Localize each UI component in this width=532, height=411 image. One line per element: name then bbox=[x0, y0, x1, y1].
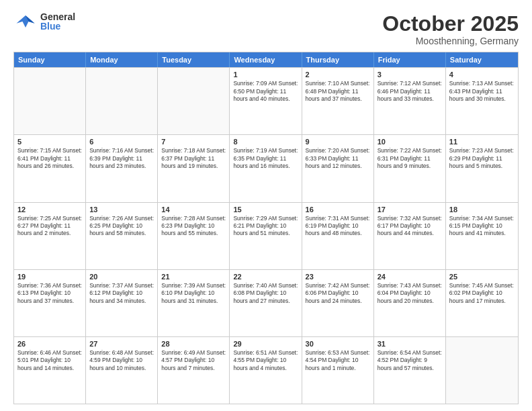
logo-bird-icon bbox=[13, 12, 38, 31]
day-info: Sunrise: 7:25 AM Sunset: 6:27 PM Dayligh… bbox=[17, 215, 82, 238]
day-number: 25 bbox=[449, 273, 515, 281]
day-number: 9 bbox=[306, 138, 370, 146]
day-info: Sunrise: 7:09 AM Sunset: 6:50 PM Dayligh… bbox=[233, 80, 298, 103]
day-number: 2 bbox=[306, 71, 370, 79]
calendar-header: Sunday Monday Tuesday Wednesday Thursday… bbox=[14, 52, 518, 67]
logo-general-text: General bbox=[40, 12, 75, 21]
day-number: 21 bbox=[161, 273, 226, 281]
day-info: Sunrise: 7:26 AM Sunset: 6:25 PM Dayligh… bbox=[89, 215, 154, 238]
day-info: Sunrise: 7:39 AM Sunset: 6:10 PM Dayligh… bbox=[161, 282, 226, 305]
day-number: 16 bbox=[306, 205, 370, 214]
day-number: 1 bbox=[233, 71, 298, 79]
cal-cell: 23Sunrise: 7:42 AM Sunset: 6:06 PM Dayli… bbox=[302, 270, 374, 336]
day-info: Sunrise: 7:12 AM Sunset: 6:46 PM Dayligh… bbox=[378, 80, 442, 103]
day-info: Sunrise: 7:10 AM Sunset: 6:48 PM Dayligh… bbox=[306, 80, 370, 103]
cal-cell: 9Sunrise: 7:20 AM Sunset: 6:33 PM Daylig… bbox=[302, 135, 374, 201]
cal-cell: 13Sunrise: 7:26 AM Sunset: 6:25 PM Dayli… bbox=[86, 203, 158, 269]
day-number: 3 bbox=[378, 71, 442, 79]
header-thursday: Thursday bbox=[302, 52, 374, 67]
day-info: Sunrise: 7:22 AM Sunset: 6:31 PM Dayligh… bbox=[378, 147, 442, 170]
day-info: Sunrise: 7:18 AM Sunset: 6:37 PM Dayligh… bbox=[161, 147, 226, 170]
cal-cell: 30Sunrise: 6:53 AM Sunset: 4:54 PM Dayli… bbox=[302, 337, 374, 404]
cal-cell: 15Sunrise: 7:29 AM Sunset: 6:21 PM Dayli… bbox=[230, 203, 302, 269]
day-number: 24 bbox=[378, 273, 442, 281]
cal-cell: 21Sunrise: 7:39 AM Sunset: 6:10 PM Dayli… bbox=[158, 270, 230, 336]
cal-cell: 20Sunrise: 7:37 AM Sunset: 6:12 PM Dayli… bbox=[86, 270, 158, 336]
location: Moosthenning, Germany bbox=[382, 36, 519, 46]
day-info: Sunrise: 7:37 AM Sunset: 6:12 PM Dayligh… bbox=[89, 282, 154, 305]
day-number: 5 bbox=[17, 138, 82, 146]
day-info: Sunrise: 7:42 AM Sunset: 6:06 PM Dayligh… bbox=[306, 282, 370, 305]
logo: General Blue bbox=[13, 12, 75, 31]
header-friday: Friday bbox=[374, 52, 446, 67]
day-number: 13 bbox=[89, 205, 154, 214]
cal-cell: 3Sunrise: 7:12 AM Sunset: 6:46 PM Daylig… bbox=[374, 68, 446, 134]
cal-cell bbox=[14, 68, 86, 134]
title-block: October 2025 Moosthenning, Germany bbox=[382, 12, 519, 46]
day-number: 12 bbox=[17, 205, 82, 214]
day-number: 27 bbox=[89, 340, 154, 348]
cal-cell: 2Sunrise: 7:10 AM Sunset: 6:48 PM Daylig… bbox=[302, 68, 374, 134]
cal-cell: 25Sunrise: 7:45 AM Sunset: 6:02 PM Dayli… bbox=[446, 270, 518, 336]
cal-cell: 27Sunrise: 6:48 AM Sunset: 4:59 PM Dayli… bbox=[86, 337, 158, 404]
calendar: Sunday Monday Tuesday Wednesday Thursday… bbox=[13, 52, 519, 404]
cal-week-1: 5Sunrise: 7:15 AM Sunset: 6:41 PM Daylig… bbox=[14, 134, 518, 201]
day-info: Sunrise: 7:20 AM Sunset: 6:33 PM Dayligh… bbox=[306, 147, 370, 170]
day-number: 26 bbox=[17, 340, 82, 348]
day-info: Sunrise: 7:19 AM Sunset: 6:35 PM Dayligh… bbox=[233, 147, 298, 170]
cal-cell: 31Sunrise: 6:54 AM Sunset: 4:52 PM Dayli… bbox=[374, 337, 446, 404]
day-number: 17 bbox=[378, 205, 442, 214]
day-number: 18 bbox=[449, 205, 515, 214]
cal-cell: 26Sunrise: 6:46 AM Sunset: 5:01 PM Dayli… bbox=[14, 337, 86, 404]
day-info: Sunrise: 6:51 AM Sunset: 4:55 PM Dayligh… bbox=[233, 349, 298, 372]
logo-name: General Blue bbox=[40, 12, 75, 31]
cal-week-0: 1Sunrise: 7:09 AM Sunset: 6:50 PM Daylig… bbox=[14, 67, 518, 134]
day-number: 14 bbox=[161, 205, 226, 214]
day-info: Sunrise: 7:28 AM Sunset: 6:23 PM Dayligh… bbox=[161, 215, 226, 238]
day-info: Sunrise: 7:40 AM Sunset: 6:08 PM Dayligh… bbox=[233, 282, 298, 305]
cal-cell: 17Sunrise: 7:32 AM Sunset: 6:17 PM Dayli… bbox=[374, 203, 446, 269]
cal-cell: 19Sunrise: 7:36 AM Sunset: 6:13 PM Dayli… bbox=[14, 270, 86, 336]
header-sunday: Sunday bbox=[14, 52, 86, 67]
day-info: Sunrise: 7:23 AM Sunset: 6:29 PM Dayligh… bbox=[449, 147, 515, 170]
day-info: Sunrise: 7:36 AM Sunset: 6:13 PM Dayligh… bbox=[17, 282, 82, 305]
cal-cell: 12Sunrise: 7:25 AM Sunset: 6:27 PM Dayli… bbox=[14, 203, 86, 269]
day-info: Sunrise: 7:29 AM Sunset: 6:21 PM Dayligh… bbox=[233, 215, 298, 238]
header: General Blue October 2025 Moosthenning, … bbox=[13, 12, 519, 46]
cal-week-4: 26Sunrise: 6:46 AM Sunset: 5:01 PM Dayli… bbox=[14, 336, 518, 404]
logo-blue-text: Blue bbox=[40, 21, 75, 31]
day-number: 31 bbox=[378, 340, 442, 348]
cal-cell bbox=[86, 68, 158, 134]
day-number: 28 bbox=[161, 340, 226, 348]
cal-cell: 22Sunrise: 7:40 AM Sunset: 6:08 PM Dayli… bbox=[230, 270, 302, 336]
day-info: Sunrise: 7:45 AM Sunset: 6:02 PM Dayligh… bbox=[449, 282, 515, 305]
cal-cell bbox=[446, 337, 518, 404]
day-number: 8 bbox=[233, 138, 298, 146]
day-info: Sunrise: 7:34 AM Sunset: 6:15 PM Dayligh… bbox=[449, 215, 515, 238]
day-info: Sunrise: 6:49 AM Sunset: 4:57 PM Dayligh… bbox=[161, 349, 226, 372]
cal-cell: 18Sunrise: 7:34 AM Sunset: 6:15 PM Dayli… bbox=[446, 203, 518, 269]
day-info: Sunrise: 7:32 AM Sunset: 6:17 PM Dayligh… bbox=[378, 215, 442, 238]
calendar-body: 1Sunrise: 7:09 AM Sunset: 6:50 PM Daylig… bbox=[14, 67, 518, 404]
cal-cell: 8Sunrise: 7:19 AM Sunset: 6:35 PM Daylig… bbox=[230, 135, 302, 201]
day-number: 4 bbox=[449, 71, 515, 79]
cal-week-2: 12Sunrise: 7:25 AM Sunset: 6:27 PM Dayli… bbox=[14, 202, 518, 269]
day-info: Sunrise: 7:31 AM Sunset: 6:19 PM Dayligh… bbox=[306, 215, 370, 238]
cal-cell: 1Sunrise: 7:09 AM Sunset: 6:50 PM Daylig… bbox=[230, 68, 302, 134]
cal-cell: 10Sunrise: 7:22 AM Sunset: 6:31 PM Dayli… bbox=[374, 135, 446, 201]
cal-cell: 14Sunrise: 7:28 AM Sunset: 6:23 PM Dayli… bbox=[158, 203, 230, 269]
day-number: 7 bbox=[161, 138, 226, 146]
day-info: Sunrise: 6:46 AM Sunset: 5:01 PM Dayligh… bbox=[17, 349, 82, 372]
day-number: 6 bbox=[89, 138, 154, 146]
month-title: October 2025 bbox=[382, 12, 519, 36]
day-info: Sunrise: 6:48 AM Sunset: 4:59 PM Dayligh… bbox=[89, 349, 154, 372]
cal-week-3: 19Sunrise: 7:36 AM Sunset: 6:13 PM Dayli… bbox=[14, 269, 518, 336]
cal-cell bbox=[158, 68, 230, 134]
day-info: Sunrise: 7:43 AM Sunset: 6:04 PM Dayligh… bbox=[378, 282, 442, 305]
day-number: 23 bbox=[306, 273, 370, 281]
cal-cell: 7Sunrise: 7:18 AM Sunset: 6:37 PM Daylig… bbox=[158, 135, 230, 201]
day-info: Sunrise: 6:53 AM Sunset: 4:54 PM Dayligh… bbox=[306, 349, 370, 372]
cal-cell: 6Sunrise: 7:16 AM Sunset: 6:39 PM Daylig… bbox=[86, 135, 158, 201]
day-info: Sunrise: 7:15 AM Sunset: 6:41 PM Dayligh… bbox=[17, 147, 82, 170]
day-number: 19 bbox=[17, 273, 82, 281]
